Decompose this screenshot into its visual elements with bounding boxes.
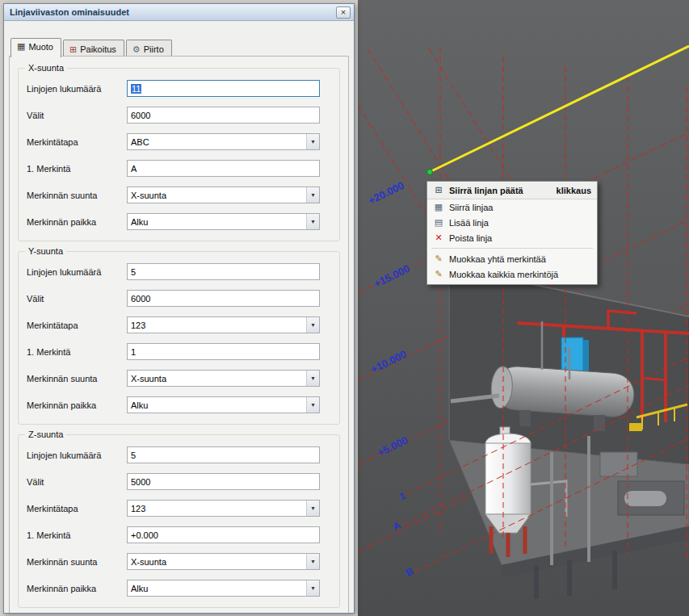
tank-saddle <box>594 415 605 431</box>
model-viewport[interactable]: +20.000 +15.000 +10.000 +5.000 1 A B <box>358 0 689 616</box>
tab-page-muoto: X-suunta Linjojen lukumäärä 11 Välit 600… <box>9 56 349 613</box>
add-line-icon: ▤ <box>433 217 444 228</box>
y-label-type-select[interactable]: 123▾ <box>127 316 320 333</box>
y-line-count-input[interactable]: 5 <box>127 263 320 280</box>
group-z-suunta: Z-suunta Linjojen lukumäärä 5 Välit 5000… <box>18 434 340 608</box>
field-row: Merkinnän paikka Alku▾ <box>27 213 320 230</box>
blue-cabinet-side <box>583 340 589 373</box>
y-first-label-input[interactable]: 1 <box>127 343 320 360</box>
chevron-down-icon: ▾ <box>306 397 319 413</box>
blue-cabinet[interactable] <box>561 337 583 371</box>
z-label-position-select[interactable]: Alku▾ <box>127 580 320 597</box>
field-row: 1. Merkintä +0.000 <box>27 526 320 543</box>
field-row: Merkintätapa ABC▾ <box>27 133 320 150</box>
tab-label: Piirto <box>144 44 164 54</box>
field-row: Linjojen lukumäärä 5 <box>27 263 320 280</box>
chevron-down-icon: ▾ <box>306 501 319 516</box>
field-row: Linjojen lukumäärä 5 <box>27 446 320 463</box>
pump-body <box>624 491 666 506</box>
field-row: Merkintätapa 123▾ <box>27 500 320 517</box>
grid-icon: ▦ <box>17 41 25 52</box>
z-first-label-input[interactable]: +0.000 <box>127 526 320 543</box>
z-line-count-input[interactable]: 5 <box>127 446 320 463</box>
delete-line-icon: ✕ <box>433 233 444 243</box>
z-spacing-input[interactable]: 5000 <box>127 473 320 490</box>
field-label: Merkinnän paikka <box>27 400 127 410</box>
group-title: X-suunta <box>25 63 67 73</box>
z-label-type-select[interactable]: 123▾ <box>127 500 320 517</box>
line-end-handle[interactable] <box>427 170 433 175</box>
field-label: Linjojen lukumäärä <box>27 84 127 94</box>
field-row: Välit 5000 <box>27 473 320 490</box>
field-label: Merkintätapa <box>27 504 127 513</box>
field-label: Välit <box>27 294 127 304</box>
z-label-direction-select[interactable]: X-suunta▾ <box>127 553 320 570</box>
move-line-end-icon: ⊞ <box>433 185 444 195</box>
field-label: Merkinnän paikka <box>27 584 127 593</box>
field-label: 1. Merkintä <box>27 530 127 540</box>
field-label: Merkintätapa <box>27 321 127 330</box>
x-label-position-select[interactable]: Alku▾ <box>127 213 320 230</box>
field-row: 1. Merkintä A <box>27 160 320 177</box>
field-row: Merkinnän suunta X-suunta▾ <box>27 553 320 570</box>
field-row: Merkinnän paikka Alku▾ <box>27 580 320 597</box>
dialog-titlebar[interactable]: Linjaviivaston ominaisuudet × <box>4 4 354 21</box>
x-first-label-input[interactable]: A <box>127 160 320 177</box>
edit-all-labels-icon: ✎ <box>433 269 444 279</box>
move-line-icon: ▦ <box>433 202 444 212</box>
field-label: Merkinnän suunta <box>27 374 127 383</box>
edit-label-icon: ✎ <box>433 254 444 264</box>
x-spacing-input[interactable]: 6000 <box>127 107 320 124</box>
field-label: Välit <box>27 477 127 487</box>
menu-shortcut: klikkaus <box>557 186 591 195</box>
field-label: Merkinnän suunta <box>27 191 127 200</box>
field-row: Merkinnän paikka Alku▾ <box>27 396 320 413</box>
chevron-down-icon: ▾ <box>306 187 319 203</box>
field-row: Välit 6000 <box>27 107 320 124</box>
tab-label: Paikoitus <box>80 44 116 54</box>
chevron-down-icon: ▾ <box>306 371 319 386</box>
group-title: Y-suunta <box>25 246 66 256</box>
y-label-direction-select[interactable]: X-suunta▾ <box>127 370 320 387</box>
chevron-down-icon: ▾ <box>306 554 319 569</box>
field-label: Linjojen lukumäärä <box>27 267 127 277</box>
tab-muoto[interactable]: ▦ Muoto <box>11 38 61 57</box>
field-row: Merkinnän suunta X-suunta▾ <box>27 370 320 387</box>
x-label-type-select[interactable]: ABC▾ <box>127 133 320 150</box>
menu-item-move-line-end[interactable]: ⊞ Siirrä linjan päätä klikkaus <box>427 182 597 199</box>
field-label: 1. Merkintä <box>27 347 127 357</box>
menu-item-edit-all-labels[interactable]: ✎ Muokkaa kaikkia merkintöjä <box>427 266 597 282</box>
vertical-vessel[interactable] <box>485 427 531 557</box>
x-line-count-input[interactable]: 11 <box>127 80 320 97</box>
grid-context-menu: ⊞ Siirrä linjan päätä klikkaus ▦ Siirrä … <box>426 181 598 285</box>
field-row: 1. Merkintä 1 <box>27 343 320 360</box>
field-row: Välit 6000 <box>27 290 320 307</box>
field-label: Merkintätapa <box>27 137 127 147</box>
y-spacing-input[interactable]: 6000 <box>127 290 320 307</box>
chevron-down-icon: ▾ <box>306 134 319 149</box>
field-row: Merkintätapa 123▾ <box>27 316 320 333</box>
chevron-down-icon: ▾ <box>306 214 319 229</box>
y-label-position-select[interactable]: Alku▾ <box>127 396 320 413</box>
close-button[interactable]: × <box>336 6 351 19</box>
application-window: +20.000 +15.000 +10.000 +5.000 1 A B Lin… <box>0 0 689 616</box>
group-title: Z-suunta <box>25 430 66 439</box>
tab-label: Muoto <box>28 42 53 52</box>
menu-item-delete-line[interactable]: ✕ Poista linja <box>427 230 597 245</box>
menu-item-move-line[interactable]: ▦ Siirrä linjaa <box>427 199 597 215</box>
chevron-down-icon: ▾ <box>306 580 319 596</box>
field-label: Linjojen lukumäärä <box>27 450 127 460</box>
menu-title: Siirrä linjan päätä <box>449 186 523 195</box>
placement-icon: ⊞ <box>69 44 77 55</box>
equipment-box[interactable] <box>600 452 637 476</box>
x-label-direction-select[interactable]: X-suunta▾ <box>127 186 320 203</box>
menu-item-add-line[interactable]: ▤ Lisää linja <box>427 215 597 230</box>
field-row: Merkinnän suunta X-suunta▾ <box>27 186 320 203</box>
chevron-down-icon: ▾ <box>306 317 319 333</box>
menu-separator <box>431 248 593 249</box>
menu-item-edit-one-label[interactable]: ✎ Muokkaa yhtä merkintää <box>427 251 597 266</box>
tank-saddle <box>519 410 531 426</box>
tab-strip: ▦ Muoto ⊞ Paikoitus ⚙ Piirto <box>4 21 354 57</box>
field-row: Linjojen lukumäärä 11 <box>27 80 320 97</box>
group-x-suunta: X-suunta Linjojen lukumäärä 11 Välit 600… <box>18 68 340 241</box>
